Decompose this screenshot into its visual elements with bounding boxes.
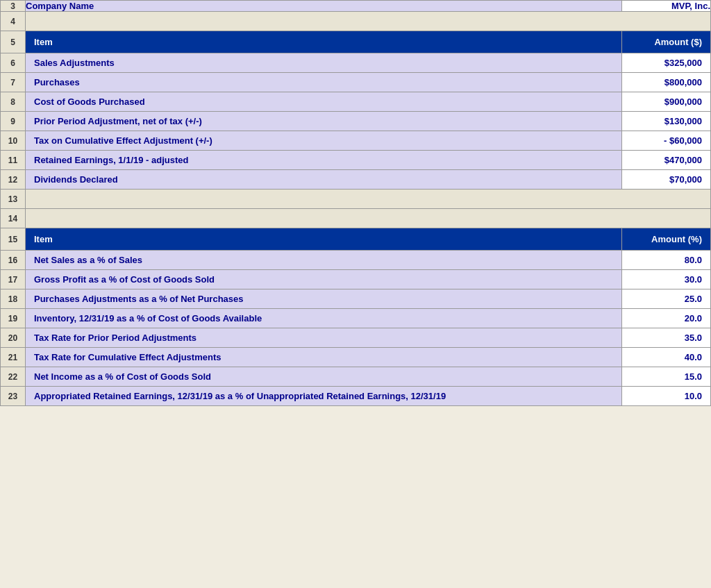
section-header-item: Item	[26, 228, 622, 251]
data-amount-value[interactable]: 20.0	[622, 309, 711, 328]
data-item-label[interactable]: Purchases Adjustments as a % of Net Purc…	[26, 289, 622, 309]
table-row: 14	[1, 209, 711, 228]
row-number: 14	[1, 209, 26, 228]
row-number: 23	[1, 387, 26, 406]
data-item-label[interactable]: Tax on Cumulative Effect Adjustment (+/-…	[26, 131, 622, 151]
table-row: 19Inventory, 12/31/19 as a % of Cost of …	[1, 309, 711, 328]
section-header-amount: Amount (%)	[622, 228, 711, 251]
spreadsheet-table: 3Company NameMVP, Inc.45ItemAmount ($)6S…	[0, 0, 711, 406]
data-amount-value[interactable]: 40.0	[622, 348, 711, 367]
data-amount-value[interactable]: $470,000	[622, 151, 711, 170]
table-row: 7Purchases$800,000	[1, 73, 711, 92]
company-name-value: MVP, Inc.	[622, 1, 711, 12]
data-amount-value[interactable]: $800,000	[622, 73, 711, 92]
table-row: 4	[1, 12, 711, 31]
data-item-label[interactable]: Gross Profit as a % of Cost of Goods Sol…	[26, 270, 622, 289]
table-row: 8Cost of Goods Purchased$900,000	[1, 92, 711, 112]
empty-cell	[26, 190, 711, 209]
data-amount-value[interactable]: 35.0	[622, 328, 711, 348]
table-row: 16Net Sales as a % of Sales80.0	[1, 251, 711, 270]
data-item-label[interactable]: Tax Rate for Prior Period Adjustments	[26, 328, 622, 348]
table-row: 10Tax on Cumulative Effect Adjustment (+…	[1, 131, 711, 151]
data-amount-value[interactable]: $70,000	[622, 170, 711, 190]
table-row: 21Tax Rate for Cumulative Effect Adjustm…	[1, 348, 711, 367]
section-header-amount: Amount ($)	[622, 31, 711, 53]
table-row: 5ItemAmount ($)	[1, 31, 711, 53]
row-number: 22	[1, 367, 26, 387]
row-number: 5	[1, 31, 26, 53]
row-number: 3	[1, 1, 26, 12]
data-amount-value[interactable]: 80.0	[622, 251, 711, 270]
company-name-label: Company Name	[26, 1, 622, 12]
data-item-label[interactable]: Inventory, 12/31/19 as a % of Cost of Go…	[26, 309, 622, 328]
table-row: 12Dividends Declared$70,000	[1, 170, 711, 190]
row-number: 17	[1, 270, 26, 289]
data-item-label[interactable]: Tax Rate for Cumulative Effect Adjustmen…	[26, 348, 622, 367]
data-amount-value[interactable]: - $60,000	[622, 131, 711, 151]
row-number: 21	[1, 348, 26, 367]
table-row: 3Company NameMVP, Inc.	[1, 1, 711, 12]
data-amount-value[interactable]: $130,000	[622, 112, 711, 131]
empty-cell	[26, 12, 711, 31]
table-row: 17Gross Profit as a % of Cost of Goods S…	[1, 270, 711, 289]
data-amount-value[interactable]: 15.0	[622, 367, 711, 387]
data-amount-value[interactable]: $325,000	[622, 53, 711, 73]
data-item-label[interactable]: Purchases	[26, 73, 622, 92]
data-amount-value[interactable]: 10.0	[622, 387, 711, 406]
data-item-label[interactable]: Retained Earnings, 1/1/19 - adjusted	[26, 151, 622, 170]
data-item-label[interactable]: Cost of Goods Purchased	[26, 92, 622, 112]
row-number: 12	[1, 170, 26, 190]
table-row: 18Purchases Adjustments as a % of Net Pu…	[1, 289, 711, 309]
row-number: 18	[1, 289, 26, 309]
table-row: 9Prior Period Adjustment, net of tax (+/…	[1, 112, 711, 131]
empty-cell	[26, 209, 711, 228]
data-item-label[interactable]: Sales Adjustments	[26, 53, 622, 73]
table-row: 6Sales Adjustments$325,000	[1, 53, 711, 73]
data-item-label[interactable]: Prior Period Adjustment, net of tax (+/-…	[26, 112, 622, 131]
section-header-item: Item	[26, 31, 622, 53]
data-item-label[interactable]: Dividends Declared	[26, 170, 622, 190]
row-number: 15	[1, 228, 26, 251]
row-number: 16	[1, 251, 26, 270]
table-row: 15ItemAmount (%)	[1, 228, 711, 251]
table-row: 20Tax Rate for Prior Period Adjustments3…	[1, 328, 711, 348]
data-amount-value[interactable]: 30.0	[622, 270, 711, 289]
data-item-label[interactable]: Appropriated Retained Earnings, 12/31/19…	[26, 387, 622, 406]
table-row: 22Net Income as a % of Cost of Goods Sol…	[1, 367, 711, 387]
row-number: 11	[1, 151, 26, 170]
row-number: 19	[1, 309, 26, 328]
row-number: 7	[1, 73, 26, 92]
row-number: 9	[1, 112, 26, 131]
data-item-label[interactable]: Net Sales as a % of Sales	[26, 251, 622, 270]
data-item-label[interactable]: Net Income as a % of Cost of Goods Sold	[26, 367, 622, 387]
table-row: 23Appropriated Retained Earnings, 12/31/…	[1, 387, 711, 406]
row-number: 4	[1, 12, 26, 31]
table-row: 13	[1, 190, 711, 209]
row-number: 13	[1, 190, 26, 209]
row-number: 8	[1, 92, 26, 112]
row-number: 10	[1, 131, 26, 151]
data-amount-value[interactable]: $900,000	[622, 92, 711, 112]
table-row: 11Retained Earnings, 1/1/19 - adjusted$4…	[1, 151, 711, 170]
row-number: 20	[1, 328, 26, 348]
row-number: 6	[1, 53, 26, 73]
data-amount-value[interactable]: 25.0	[622, 289, 711, 309]
